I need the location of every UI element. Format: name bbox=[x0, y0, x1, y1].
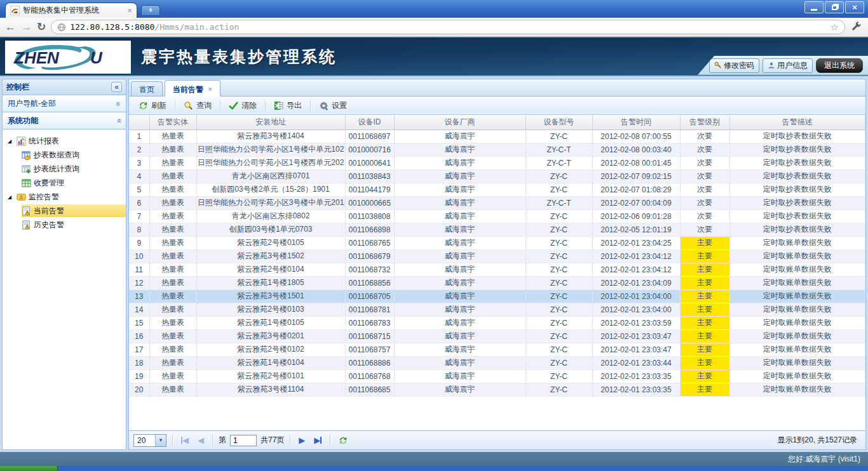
table-row[interactable]: 6 热量表 日照华能热力公司学苑小区3号楼中单元201 0010000665 威… bbox=[129, 196, 865, 209]
cell-address[interactable]: 紫云雅苑3号楼0201 bbox=[196, 329, 345, 343]
cell-alarm-desc[interactable]: 定时取账单数据失败 bbox=[729, 369, 865, 383]
cell-model[interactable]: ZY-C bbox=[526, 343, 592, 356]
cell-address[interactable]: 紫云雅苑1号楼0105 bbox=[196, 316, 345, 329]
cell-alarm-time[interactable]: 2012-02-01 23:04:00 bbox=[592, 303, 680, 316]
table-row[interactable]: 11 热量表 紫云雅苑2号楼0104 0011068732 威海震宇 ZY-C … bbox=[129, 263, 865, 276]
tree-item-meter-stats-query[interactable]: 抄表统计查询 bbox=[3, 162, 126, 176]
table-row[interactable]: 20 热量表 紫云雅苑3号楼1104 0011068685 威海震宇 ZY-C … bbox=[129, 383, 865, 396]
cell-alarm-time[interactable]: 2012-02-01 23:03:35 bbox=[592, 383, 680, 396]
table-row[interactable]: 12 热量表 紫云雅苑1号楼1805 0011068856 威海震宇 ZY-C … bbox=[129, 276, 865, 289]
cell-model[interactable]: ZY-C bbox=[526, 316, 592, 329]
cell-row-number[interactable]: 20 bbox=[129, 383, 149, 396]
cell-alarm-time[interactable]: 2012-02-01 23:04:09 bbox=[592, 276, 680, 289]
header-cell-level[interactable]: 告警级别 bbox=[680, 115, 729, 129]
header-cell-entity[interactable]: 告警实体 bbox=[149, 115, 196, 129]
header-cell-model[interactable]: 设备型号 bbox=[526, 115, 592, 129]
tree-item-history-alarms[interactable]: 历史告警 bbox=[3, 218, 126, 232]
cell-alarm-time[interactable]: 2012-02-01 23:04:12 bbox=[592, 263, 680, 276]
cell-vendor[interactable]: 威海震宇 bbox=[394, 369, 526, 383]
cell-entity[interactable]: 热量表 bbox=[149, 183, 196, 196]
cell-device-id[interactable]: 0011068886 bbox=[345, 356, 394, 369]
cell-alarm-level[interactable]: 次要 bbox=[680, 169, 729, 183]
cell-device-id[interactable]: 0011068765 bbox=[345, 236, 394, 249]
cell-alarm-time[interactable]: 2012-02-07 01:08:29 bbox=[592, 183, 680, 196]
cell-alarm-desc[interactable]: 定时取抄表数据失败 bbox=[729, 209, 865, 223]
forward-button[interactable]: → bbox=[21, 22, 32, 32]
cell-entity[interactable]: 热量表 bbox=[149, 383, 196, 396]
table-row[interactable]: 14 热量表 紫云雅苑2号楼0103 0011068781 威海震宇 ZY-C … bbox=[129, 303, 865, 316]
cell-alarm-time[interactable]: 2012-02-06 09:01:28 bbox=[592, 209, 680, 223]
cell-device-id[interactable]: 0011068705 bbox=[345, 289, 394, 303]
cell-alarm-time[interactable]: 2012-02-08 00:03:40 bbox=[592, 143, 680, 156]
chevron-up-icon[interactable]: » bbox=[114, 119, 123, 123]
cell-row-number[interactable]: 14 bbox=[129, 303, 149, 316]
cell-model[interactable]: ZY-C bbox=[526, 289, 592, 303]
tab-close-icon[interactable]: × bbox=[127, 6, 132, 15]
cell-vendor[interactable]: 威海震宇 bbox=[394, 196, 526, 209]
cell-address[interactable]: 紫云雅苑1号楼0104 bbox=[196, 356, 345, 369]
panel-system-functions[interactable]: 系统功能 » bbox=[3, 112, 126, 129]
cell-alarm-desc[interactable]: 定时取账单数据失败 bbox=[729, 343, 865, 356]
cell-row-number[interactable]: 19 bbox=[129, 369, 149, 383]
cell-vendor[interactable]: 威海震宇 bbox=[394, 249, 526, 263]
cell-row-number[interactable]: 7 bbox=[129, 209, 149, 223]
cell-entity[interactable]: 热量表 bbox=[149, 303, 196, 316]
cell-alarm-desc[interactable]: 定时取抄表数据失败 bbox=[729, 196, 865, 209]
cell-vendor[interactable]: 威海震宇 bbox=[394, 156, 526, 169]
close-button[interactable]: × bbox=[845, 1, 864, 13]
restore-button[interactable] bbox=[825, 1, 844, 13]
page-input[interactable] bbox=[230, 435, 257, 446]
cell-alarm-desc[interactable]: 定时取账单数据失败 bbox=[729, 383, 865, 396]
cell-alarm-time[interactable]: 2012-02-01 23:03:44 bbox=[592, 356, 680, 369]
cell-address[interactable]: 紫云雅苑2号楼0104 bbox=[196, 263, 345, 276]
cell-address[interactable]: 紫云雅苑2号楼0105 bbox=[196, 236, 345, 249]
cell-model[interactable]: ZY-C bbox=[526, 276, 592, 289]
cell-alarm-time[interactable]: 2012-02-01 23:03:47 bbox=[592, 329, 680, 343]
cell-model[interactable]: ZY-C-T bbox=[526, 196, 592, 209]
cell-row-number[interactable]: 1 bbox=[129, 129, 149, 143]
table-row[interactable]: 4 热量表 青龙小区南区西排0701 0011038843 威海震宇 ZY-C … bbox=[129, 169, 865, 183]
cell-model[interactable]: ZY-C bbox=[526, 209, 592, 223]
cell-device-id[interactable]: 0011068783 bbox=[345, 316, 394, 329]
pager-refresh-button[interactable] bbox=[336, 435, 350, 446]
cell-device-id[interactable]: 0011068757 bbox=[345, 343, 394, 356]
cell-device-id[interactable]: 0010000665 bbox=[345, 196, 394, 209]
cell-device-id[interactable]: 0011038808 bbox=[345, 209, 394, 223]
cell-address[interactable]: 紫云雅苑3号楼1104 bbox=[196, 383, 345, 396]
cell-device-id[interactable]: 0011068715 bbox=[345, 329, 394, 343]
cell-device-id[interactable]: 0011066898 bbox=[345, 223, 394, 236]
cell-alarm-level[interactable]: 次要 bbox=[680, 129, 729, 143]
chevron-down-icon[interactable]: » bbox=[114, 101, 123, 105]
cell-row-number[interactable]: 10 bbox=[129, 249, 149, 263]
cell-model[interactable]: ZY-C bbox=[526, 129, 592, 143]
expand-arrow-icon[interactable]: ◢ bbox=[8, 194, 14, 200]
cell-model[interactable]: ZY-C bbox=[526, 236, 592, 249]
cell-alarm-level[interactable]: 次要 bbox=[680, 143, 729, 156]
table-row[interactable]: 16 热量表 紫云雅苑3号楼0201 0011068715 威海震宇 ZY-C … bbox=[129, 329, 865, 343]
cell-model[interactable]: ZY-C bbox=[526, 356, 592, 369]
cell-alarm-level[interactable]: 主要 bbox=[680, 369, 729, 383]
cell-model[interactable]: ZY-C-T bbox=[526, 143, 592, 156]
cell-model[interactable]: ZY-C bbox=[526, 223, 592, 236]
refresh-button[interactable]: 刷新 bbox=[134, 98, 171, 113]
cell-entity[interactable]: 热量表 bbox=[149, 356, 196, 369]
cell-device-id[interactable]: 0011068781 bbox=[345, 303, 394, 316]
table-row[interactable]: 13 热量表 紫云雅苑3号楼1501 0011068705 威海震宇 ZY-C … bbox=[129, 289, 865, 303]
cell-address[interactable]: 紫云雅苑3号楼1404 bbox=[196, 129, 345, 143]
table-row[interactable]: 2 热量表 日照华能热力公司学苑小区1号楼中单元102 0010000716 威… bbox=[129, 143, 865, 156]
cell-entity[interactable]: 热量表 bbox=[149, 343, 196, 356]
table-row[interactable]: 19 热量表 紫云雅苑2号楼0101 0011068768 威海震宇 ZY-C … bbox=[129, 369, 865, 383]
header-cell-desc[interactable]: 告警描述 bbox=[729, 115, 865, 129]
table-row[interactable]: 5 热量表 创新园03号楼2单元（15-28）1901 0011044179 威… bbox=[129, 183, 865, 196]
query-button[interactable]: 查询 bbox=[179, 98, 216, 113]
next-page-button[interactable]: ▶ bbox=[296, 434, 308, 446]
sidebar-collapse-button[interactable]: « bbox=[111, 82, 122, 92]
header-cell-addr[interactable]: 安装地址 bbox=[196, 115, 345, 129]
header-cell-num[interactable] bbox=[129, 115, 149, 129]
cell-alarm-level[interactable]: 次要 bbox=[680, 196, 729, 209]
cell-alarm-desc[interactable]: 定时取抄表数据失败 bbox=[729, 156, 865, 169]
cell-address[interactable]: 紫云雅苑2号楼0101 bbox=[196, 369, 345, 383]
cell-vendor[interactable]: 威海震宇 bbox=[394, 183, 526, 196]
cell-alarm-level[interactable]: 主要 bbox=[680, 236, 729, 249]
tree-node-report[interactable]: ◢ 统计报表 bbox=[3, 134, 126, 148]
